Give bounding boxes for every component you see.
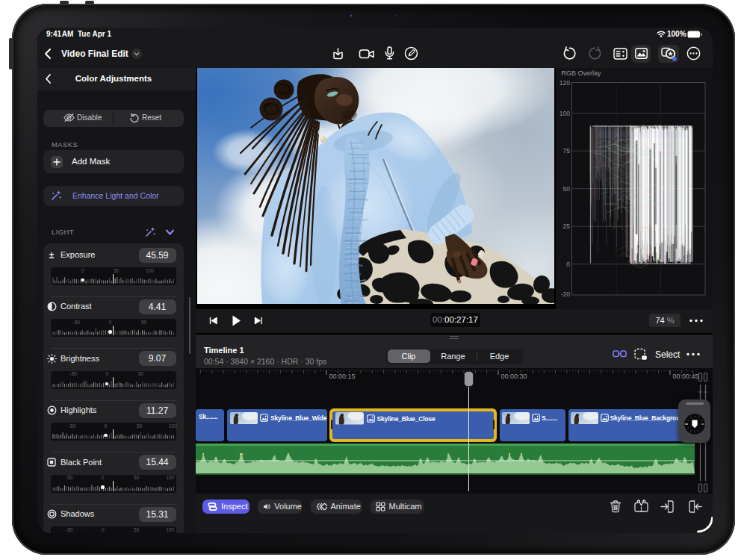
svg-text:±: ± xyxy=(49,250,55,261)
svg-text:25: 25 xyxy=(563,223,571,230)
svg-text:120: 120 xyxy=(560,79,570,87)
svg-text:0: 0 xyxy=(566,260,570,267)
svg-text:-20: -20 xyxy=(561,290,571,298)
svg-text:100: 100 xyxy=(560,109,570,116)
svg-text:50: 50 xyxy=(563,184,571,192)
svg-text:75: 75 xyxy=(563,147,571,155)
